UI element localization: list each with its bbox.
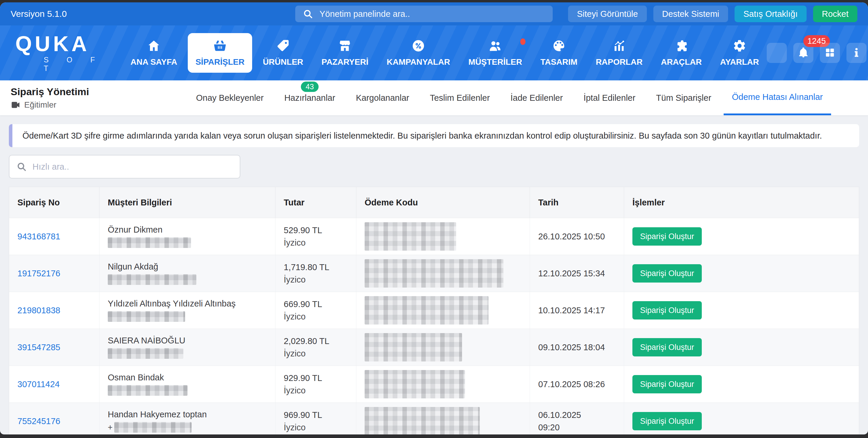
trainings-label: Eğitimler — [24, 100, 56, 110]
info-icon — [851, 47, 862, 59]
store-icon — [338, 39, 352, 53]
tab-kargolananlar[interactable]: Kargolananlar — [347, 80, 417, 115]
customers-icon — [488, 39, 502, 53]
payment-error-orders-table: Sipariş NoMüşteri BilgileriTutarÖdeme Ko… — [9, 187, 859, 434]
navbar-icon-buttons: 1245 — [767, 43, 868, 63]
table-row: 755245176 Handan Hakyemez toptan + 969.9… — [9, 403, 859, 434]
order-date: 26.10.2025 10:50 — [538, 232, 618, 241]
order-amount: 1,719.80 TL — [284, 262, 350, 272]
search-icon — [303, 9, 313, 19]
create-order-button[interactable]: Siparişi Oluştur — [632, 412, 702, 430]
payment-provider: İyzico — [284, 275, 350, 285]
masked-phone — [108, 274, 196, 285]
masked-payment-code — [365, 407, 480, 434]
order-number-link[interactable]: 191752176 — [18, 269, 93, 279]
order-amount: 969.90 TL — [284, 410, 350, 420]
admin-search[interactable] — [295, 6, 553, 22]
video-camera-icon — [11, 100, 21, 110]
nav-item-ana-sayfa[interactable]: ANA SAYFA — [123, 33, 185, 73]
masked-payment-code — [365, 222, 456, 251]
nav-item-pazaryeri-[interactable]: PAZARYERİ — [314, 33, 376, 73]
order-number-link[interactable]: 943168781 — [18, 232, 93, 241]
tab--deme-hatas-al-nanlar[interactable]: Ödeme Hatası Alınanlar — [724, 80, 831, 115]
order-date: 07.10.2025 08:26 — [538, 379, 618, 389]
order-number-link[interactable]: 391547285 — [18, 343, 93, 352]
siteyi-g-r-nt-le-button[interactable]: Siteyi Görüntüle — [568, 6, 647, 22]
admin-panel-window: Versiyon 5.1.0 Siteyi GörüntüleDestek Si… — [0, 2, 868, 434]
create-order-button[interactable]: Siparişi Oluştur — [632, 375, 702, 393]
customer-name: Osman Bindak — [108, 373, 269, 382]
order-amount: 2,029.80 TL — [284, 336, 350, 346]
main-menu: ANA SAYFA SİPARİŞLER ÜRÜNLER PAZARYERİ K… — [123, 33, 767, 73]
nav-item-m-teri-ler[interactable]: MÜŞTERİLER — [461, 33, 530, 73]
order-date: 12.10.2025 15:34 — [538, 269, 618, 279]
nav-item-si-pari-ler[interactable]: SİPARİŞLER — [188, 33, 252, 73]
column-header: Tutar — [275, 187, 356, 218]
bell-button[interactable]: 1245 — [793, 43, 813, 63]
order-date: 10.10.2025 14:17 — [538, 305, 618, 315]
quick-search[interactable] — [9, 155, 240, 178]
nav-item-tasarim[interactable]: TASARIM — [533, 33, 585, 73]
customer-name: Öznur Dikmen — [108, 225, 269, 235]
nav-item-ayarlar[interactable]: AYARLAR — [712, 33, 767, 73]
info-banner-text: Ödeme/Kart 3D şifre girme adımlarında ya… — [23, 131, 822, 141]
info-button[interactable] — [846, 43, 867, 63]
tab-onay-bekleyenler[interactable]: Onay Bekleyenler — [188, 80, 272, 115]
notification-dot — [520, 38, 526, 45]
barcode-button[interactable] — [767, 43, 787, 63]
tab-count-badge: 43 — [301, 82, 318, 92]
order-number-link[interactable]: 307011424 — [18, 379, 93, 389]
nav-item-raporlar[interactable]: RAPORLAR — [588, 33, 650, 73]
masked-phone — [108, 311, 185, 322]
masked-payment-code — [365, 259, 503, 288]
order-number-link[interactable]: 755245176 — [18, 416, 93, 426]
nav-item-ara-lar[interactable]: ARAÇLAR — [653, 33, 709, 73]
phone-prefix: + — [108, 422, 113, 432]
brand-logo[interactable]: QUKA S O F T — [16, 33, 104, 73]
brand-subtitle: S O F T — [16, 56, 104, 73]
home-icon — [147, 39, 161, 53]
admin-search-input[interactable] — [319, 9, 545, 19]
payment-provider: İyzico — [284, 238, 350, 248]
basket-icon — [213, 39, 227, 53]
rocket-button[interactable]: Rocket — [813, 6, 857, 22]
table-row: 191752176 Nilgun Akdağ 1,719.80 TL İyzic… — [9, 255, 859, 292]
destek-sistemi-button[interactable]: Destek Sistemi — [653, 6, 728, 22]
order-date: 09.10.2025 18:04 — [538, 343, 618, 352]
nav-item--r-nler[interactable]: ÜRÜNLER — [255, 33, 311, 73]
table-body: 943168781 Öznur Dikmen 529.90 TL İyzico … — [9, 218, 859, 434]
tab-i-ptal-edilenler[interactable]: İptal Edilenler — [575, 80, 644, 115]
chart-icon — [612, 39, 626, 53]
masked-phone — [108, 348, 183, 359]
customer-name: Nilgun Akdağ — [108, 262, 269, 272]
column-header: Ödeme Kodu — [356, 187, 530, 218]
gear-icon — [733, 39, 746, 53]
payment-provider: İyzico — [284, 386, 350, 396]
create-order-button[interactable]: Siparişi Oluştur — [632, 301, 702, 320]
page-title: Sipariş Yönetimi — [11, 86, 188, 97]
main-navbar: QUKA S O F T ANA SAYFA SİPARİŞLER ÜRÜNLE… — [0, 25, 868, 80]
sat-ortakl--button[interactable]: Satış Ortaklığı — [735, 6, 807, 22]
apps-grid-button[interactable] — [820, 43, 840, 63]
tab-teslim-edilenler[interactable]: Teslim Edilenler — [422, 80, 498, 115]
tab-i-ade-edilenler[interactable]: İade Edilenler — [502, 80, 571, 115]
order-amount: 529.90 TL — [284, 226, 350, 235]
create-order-button[interactable]: Siparişi Oluştur — [632, 264, 702, 283]
order-amount: 669.90 TL — [284, 299, 350, 309]
nav-item-kampanyalar[interactable]: KAMPANYALAR — [379, 33, 458, 73]
masked-phone — [108, 237, 191, 248]
masked-payment-code — [365, 333, 462, 361]
trainings-link[interactable]: Eğitimler — [11, 100, 188, 110]
order-status-tabs: Onay Bekleyenler 43 Hazırlananlar Kargol… — [188, 80, 831, 115]
column-header: Müşteri Bilgileri — [99, 187, 275, 218]
payment-provider: İyzico — [284, 349, 350, 358]
table-header: Sipariş NoMüşteri BilgileriTutarÖdeme Ko… — [9, 187, 859, 218]
quick-search-input[interactable] — [32, 162, 232, 172]
column-header: Sipariş No — [9, 187, 99, 218]
tab-haz-rlananlar[interactable]: 43 Hazırlananlar — [276, 80, 343, 115]
tab-t-m-sipari-ler[interactable]: Tüm Siparişler — [648, 80, 719, 115]
masked-payment-code — [365, 296, 489, 324]
order-number-link[interactable]: 219801838 — [18, 305, 93, 315]
create-order-button[interactable]: Siparişi Oluştur — [632, 338, 702, 356]
create-order-button[interactable]: Siparişi Oluştur — [632, 227, 702, 245]
